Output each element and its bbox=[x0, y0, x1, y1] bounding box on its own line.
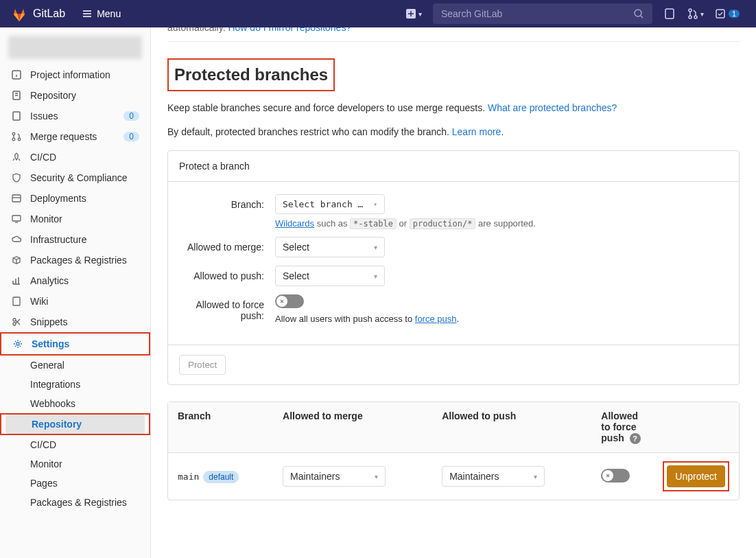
issues-icon bbox=[663, 8, 676, 20]
main-content: automatically. How do I mirror repositor… bbox=[151, 27, 756, 558]
th-force: Allowed to force push ? bbox=[591, 402, 653, 453]
chevron-down-icon: ▾ bbox=[374, 244, 377, 251]
book-icon bbox=[11, 296, 22, 307]
info-icon bbox=[11, 69, 22, 80]
chevron-down-icon: ▾ bbox=[375, 473, 378, 480]
plus-icon bbox=[406, 9, 416, 19]
settings-sub-pages[interactable]: Pages bbox=[0, 474, 150, 493]
merge-request-icon bbox=[687, 8, 699, 20]
force-push-link[interactable]: force push bbox=[415, 314, 457, 324]
svg-point-18 bbox=[16, 342, 19, 345]
mirror-help-link[interactable]: How do I mirror repositories? bbox=[228, 27, 351, 33]
todos-shortcut[interactable]: 1 bbox=[709, 8, 745, 20]
settings-sub-webhooks[interactable]: Webhooks bbox=[0, 394, 150, 413]
unprotect-button[interactable]: Unprotect bbox=[667, 465, 725, 487]
sidebar-item-cicd[interactable]: CI/CD bbox=[0, 147, 150, 167]
sidebar-item-snippets[interactable]: Snippets bbox=[0, 312, 150, 332]
protected-branches-table: Branch Allowed to merge Allowed to push … bbox=[167, 402, 740, 500]
svg-point-4 bbox=[689, 16, 692, 19]
repository-icon bbox=[11, 90, 22, 101]
chevron-down-icon: ▾ bbox=[374, 272, 377, 280]
svg-point-10 bbox=[12, 132, 15, 135]
allowed-merge-select[interactable]: Select▾ bbox=[275, 237, 385, 257]
sidebar-item-security[interactable]: Security & Compliance bbox=[0, 167, 150, 188]
page-title: Protected branches bbox=[174, 62, 328, 87]
rocket-icon bbox=[11, 152, 22, 163]
settings-sub-general[interactable]: General bbox=[0, 356, 150, 375]
svg-rect-2 bbox=[665, 9, 674, 19]
gear-icon bbox=[12, 338, 23, 349]
what-are-link[interactable]: What are protected branches? bbox=[488, 102, 617, 113]
sidebar: Project information Repository Issues0 M… bbox=[0, 27, 151, 558]
shield-icon bbox=[11, 172, 22, 183]
x-icon bbox=[604, 472, 612, 480]
monitor-icon bbox=[11, 213, 22, 224]
gitlab-logo-icon bbox=[11, 5, 27, 22]
allowed-merge-label: Allowed to merge: bbox=[179, 237, 275, 253]
protect-button[interactable]: Protect bbox=[179, 355, 226, 375]
svg-point-17 bbox=[13, 318, 16, 321]
chevron-down-icon: ▾ bbox=[534, 473, 537, 480]
sidebar-item-repository[interactable]: Repository bbox=[0, 85, 150, 106]
create-new-button[interactable]: ▾ bbox=[401, 9, 427, 19]
wildcards-link[interactable]: Wildcards bbox=[275, 218, 314, 229]
sidebar-item-settings[interactable]: Settings bbox=[0, 332, 150, 356]
branch-select[interactable]: Select branch …▾ bbox=[275, 194, 385, 214]
settings-sub-packages[interactable]: Packages & Registries bbox=[0, 493, 150, 512]
allowed-push-label: Allowed to push: bbox=[179, 266, 275, 281]
scissors-icon bbox=[11, 316, 22, 327]
merge-requests-shortcut[interactable]: ▾ bbox=[681, 8, 709, 20]
search-bar[interactable] bbox=[433, 3, 652, 24]
svg-rect-14 bbox=[12, 216, 21, 221]
description-1: Keep stable branches secure and force de… bbox=[167, 101, 740, 115]
settings-sub-repository[interactable]: Repository bbox=[5, 415, 145, 434]
svg-rect-13 bbox=[12, 195, 21, 202]
row-push-select[interactable]: Maintainers▾ bbox=[442, 466, 545, 487]
description-2: By default, protected branches restrict … bbox=[167, 125, 740, 139]
force-push-hint: Allow all users with push access to forc… bbox=[275, 314, 577, 324]
hamburger-icon bbox=[82, 8, 93, 19]
search-input[interactable] bbox=[441, 8, 633, 19]
search-icon bbox=[633, 8, 644, 19]
sidebar-item-analytics[interactable]: Analytics bbox=[0, 270, 150, 291]
todo-count: 1 bbox=[729, 10, 740, 18]
x-icon bbox=[278, 297, 286, 305]
help-icon[interactable]: ? bbox=[630, 433, 641, 444]
settings-sub-integrations[interactable]: Integrations bbox=[0, 375, 150, 394]
brand-name: GitLab bbox=[33, 8, 65, 20]
svg-point-5 bbox=[694, 16, 697, 19]
svg-point-12 bbox=[18, 138, 21, 141]
unprotect-highlight-box: Unprotect bbox=[663, 461, 729, 491]
sidebar-item-merge-requests[interactable]: Merge requests0 bbox=[0, 126, 150, 147]
truncated-previous-section: automatically. How do I mirror repositor… bbox=[167, 27, 740, 33]
sidebar-item-deployments[interactable]: Deployments bbox=[0, 188, 150, 209]
issues-shortcut[interactable] bbox=[658, 8, 681, 20]
title-highlight-box: Protected branches bbox=[167, 58, 335, 91]
project-header-blurred bbox=[8, 36, 142, 59]
chart-icon bbox=[11, 275, 22, 286]
settings-sub-cicd[interactable]: CI/CD bbox=[0, 435, 150, 454]
settings-sub-monitor[interactable]: Monitor bbox=[0, 454, 150, 474]
learn-more-link[interactable]: Learn more bbox=[452, 126, 501, 137]
th-branch: Branch bbox=[168, 402, 273, 453]
chevron-down-icon: ▾ bbox=[418, 10, 422, 18]
todo-icon bbox=[715, 8, 727, 20]
chevron-down-icon: ▾ bbox=[700, 10, 704, 18]
table-row: maindefault Maintainers▾ Maintainers▾ Un… bbox=[168, 453, 739, 500]
package-icon bbox=[11, 255, 22, 266]
sidebar-item-packages[interactable]: Packages & Registries bbox=[0, 250, 150, 270]
sidebar-item-wiki[interactable]: Wiki bbox=[0, 291, 150, 312]
menu-button[interactable]: Menu bbox=[82, 8, 121, 19]
branch-label: Branch: bbox=[179, 194, 275, 210]
svg-point-16 bbox=[13, 323, 16, 325]
allowed-force-push-label: Allowed to force push: bbox=[179, 294, 275, 321]
allowed-push-select[interactable]: Select▾ bbox=[275, 266, 385, 286]
sidebar-item-monitor[interactable]: Monitor bbox=[0, 209, 150, 229]
sidebar-item-issues[interactable]: Issues0 bbox=[0, 106, 150, 126]
sidebar-item-infrastructure[interactable]: Infrastructure bbox=[0, 229, 150, 250]
row-merge-select[interactable]: Maintainers▾ bbox=[283, 466, 386, 487]
sidebar-item-project-info[interactable]: Project information bbox=[0, 65, 150, 85]
svg-point-3 bbox=[689, 9, 692, 12]
force-push-toggle[interactable] bbox=[275, 294, 304, 308]
row-force-push-toggle[interactable] bbox=[601, 469, 630, 483]
